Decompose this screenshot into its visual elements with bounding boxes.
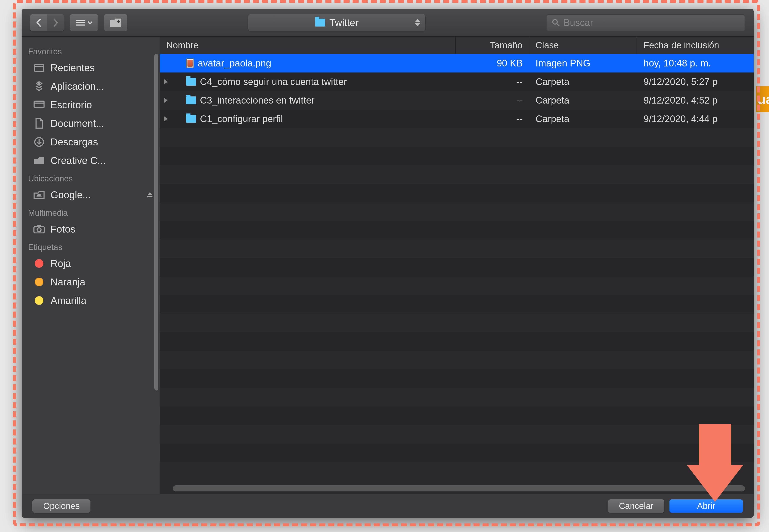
options-button[interactable]: Opciones [32,499,90,513]
sidebar-item-yellow[interactable]: Amarilla [22,291,159,310]
empty-row [160,388,754,406]
eject-icon[interactable] [147,192,153,198]
background-page-fragment: uar [756,86,769,112]
folder-path-popup[interactable]: Twitter [248,14,425,31]
camera-icon [33,224,45,234]
svg-marker-15 [147,192,152,195]
image-file-icon [186,58,194,68]
svg-point-9 [38,83,40,84]
new-folder-button[interactable] [104,14,127,31]
view-mode-button[interactable] [70,14,98,31]
column-kind[interactable]: Clase [529,37,637,54]
empty-row [160,425,754,444]
sidebar-item-documents[interactable]: Document... [22,114,159,133]
sidebar-item-recents[interactable]: Recientes [22,58,159,77]
file-name: avatar_paola.png [198,58,271,69]
file-row[interactable]: C4_cómo seguir una cuenta twitter -- Car… [160,72,754,91]
empty-row [160,295,754,314]
empty-row [160,202,754,221]
sidebar-item-label: Recientes [50,62,95,74]
sidebar-item-creative[interactable]: Creative C... [22,151,159,170]
desktop-icon [33,100,45,110]
svg-rect-16 [147,196,152,197]
empty-row [160,277,754,295]
svg-line-6 [557,24,559,26]
file-size: -- [456,113,529,124]
column-size[interactable]: Tamaño [456,37,529,54]
file-date: 9/12/2020, 5:27 p [637,76,754,87]
sidebar-section-title: Multimedia [22,204,159,220]
column-name[interactable]: Nombre [160,37,456,54]
empty-row [160,406,754,425]
folder-icon [33,156,45,165]
file-open-dialog: Twitter FavoritosRecientesAplicacion...E… [22,9,754,518]
svg-point-18 [37,228,41,232]
file-name: C3_interacciones en twitter [200,95,315,106]
sidebar-item-apps[interactable]: Aplicacion... [22,77,159,96]
file-kind: Carpeta [529,95,637,106]
file-kind: Imagen PNG [529,58,637,69]
disclosure-triangle-icon[interactable] [164,116,167,121]
folder-icon [186,78,196,86]
empty-row [160,239,754,258]
updown-icon [415,19,420,26]
sidebar-section-title: Ubicaciones [22,170,159,186]
file-kind: Carpeta [529,76,637,87]
disclosure-triangle-icon[interactable] [164,98,167,103]
clock-icon [33,63,45,73]
sidebar-item-label: Creative C... [50,155,106,166]
sidebar-scrollbar[interactable] [154,54,158,390]
file-kind: Carpeta [529,113,637,124]
disclosure-triangle-icon[interactable] [164,79,167,84]
search-input[interactable] [563,17,739,28]
sidebar-item-orange[interactable]: Naranja [22,273,159,291]
empty-row [160,147,754,165]
search-field[interactable] [546,14,745,31]
file-date: 9/12/2020, 4:52 p [637,95,754,106]
empty-row [160,184,754,202]
file-row[interactable]: C1_configurar perfil -- Carpeta 9/12/202… [160,110,754,128]
horizontal-scrollbar[interactable] [173,485,745,491]
back-button[interactable] [30,14,47,31]
chevron-right-icon [52,18,59,27]
file-size: -- [456,95,529,106]
file-date: 9/12/2020, 4:44 p [637,113,754,124]
file-size: 90 KB [456,58,529,69]
dialog-toolbar: Twitter [22,9,754,37]
sidebar-section-title: Etiquetas [22,238,159,254]
open-button[interactable]: Abrir [670,499,743,513]
sidebar-item-label: Descargas [50,136,98,148]
empty-row [160,128,754,147]
sidebar-item-photos[interactable]: Fotos [22,220,159,238]
file-date: hoy, 10:48 p. m. [637,58,754,69]
sidebar-item-label: Naranja [50,276,85,288]
file-row[interactable]: avatar_paola.png 90 KB Imagen PNG hoy, 1… [160,54,754,72]
forward-button[interactable] [47,14,64,31]
empty-row [160,165,754,184]
nav-buttons [30,14,64,31]
sidebar-item-desktop[interactable]: Escritorio [22,96,159,114]
apps-icon [33,81,45,91]
file-row[interactable]: C3_interacciones en twitter -- Carpeta 9… [160,91,754,110]
sidebar-item-label: Document... [50,118,104,129]
tag-icon [33,277,45,287]
sidebar-item-label: Fotos [50,223,75,235]
sidebar-item-downloads[interactable]: Descargas [22,133,159,151]
dialog-footer: Opciones Cancelar Abrir [22,494,754,518]
svg-rect-19 [37,225,41,227]
list-view-icon [76,19,85,26]
column-date[interactable]: Fecha de inclusión [637,37,754,54]
sidebar-item-red[interactable]: Roja [22,254,159,273]
svg-rect-7 [35,65,44,71]
folder-icon [315,19,325,27]
cancel-button[interactable]: Cancelar [608,499,664,513]
empty-row [160,369,754,388]
tag-icon [33,258,45,268]
column-headers: Nombre Tamaño Clase Fecha de inclusión [160,37,754,54]
sidebar-item-label: Roja [50,258,71,269]
file-name: C1_configurar perfil [200,113,283,124]
sidebar-item-gdrive[interactable]: Google... [22,186,159,204]
folder-plus-icon [110,18,122,27]
tag-icon [33,296,45,305]
svg-marker-14 [36,194,42,197]
